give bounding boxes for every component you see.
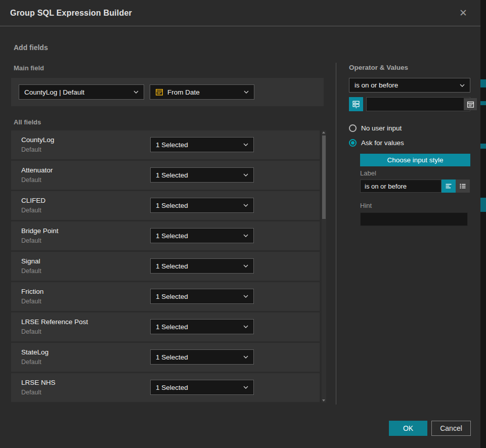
chevron-down-icon — [460, 84, 465, 87]
calendar-icon — [155, 88, 163, 96]
radio-label: No user input — [361, 124, 402, 132]
field-name: Bridge Point — [21, 227, 59, 235]
ok-button[interactable]: OK — [389, 421, 427, 436]
field-subtitle: Default — [21, 176, 41, 184]
dialog-titlebar: Group SQL Expression Builder ✕ — [0, 0, 480, 26]
chevron-down-icon — [243, 325, 248, 328]
operator-select-value: is on or before — [355, 81, 398, 89]
field-name: Signal — [21, 257, 40, 265]
radio-no-user-input[interactable]: No user input — [349, 124, 402, 132]
field-selected-dropdown[interactable]: 1 Selected — [150, 319, 254, 334]
operator-values-heading: Operator & Values — [349, 64, 408, 71]
date-picker-button[interactable] — [464, 98, 477, 110]
field-subtitle: Default — [21, 298, 41, 305]
field-name: CLIFED — [21, 197, 46, 204]
field-selected-dropdown[interactable]: 1 Selected — [150, 258, 254, 274]
field-selected-dropdown-value: 1 Selected — [156, 323, 188, 331]
scrollbar-up-arrow-icon[interactable] — [322, 131, 325, 133]
operator-select[interactable]: is on or before — [349, 78, 470, 93]
field-selected-dropdown[interactable]: 1 Selected — [150, 380, 254, 395]
hint-input[interactable] — [360, 212, 468, 226]
add-fields-heading: Add fields — [14, 43, 48, 52]
field-selected-dropdown[interactable]: 1 Selected — [150, 137, 254, 152]
hint-field-label: Hint — [360, 202, 372, 209]
main-field-select[interactable]: From Date — [150, 84, 254, 100]
field-selected-dropdown[interactable]: 1 Selected — [150, 349, 254, 365]
layer-select[interactable]: CountyLog | Default — [19, 84, 144, 100]
chevron-down-icon — [243, 204, 248, 207]
field-row: CLIFED Default 1 Selected — [11, 191, 320, 220]
field-selected-dropdown-value: 1 Selected — [156, 262, 188, 270]
scrollbar-thumb[interactable] — [322, 136, 326, 219]
list-scrollbar[interactable] — [322, 130, 326, 402]
field-name: Friction — [21, 288, 43, 295]
field-selected-dropdown[interactable]: 1 Selected — [150, 167, 254, 183]
chevron-down-icon — [243, 355, 248, 359]
field-selected-dropdown-value: 1 Selected — [156, 202, 188, 209]
background-fragment — [480, 144, 486, 149]
field-row: StateLog Default 1 Selected — [11, 343, 320, 372]
label-field-label: Label — [360, 169, 376, 177]
chevron-down-icon — [243, 234, 248, 237]
bullet-list-icon — [459, 182, 467, 190]
panel-divider — [336, 63, 336, 405]
field-name: LRSE NHS — [21, 379, 56, 386]
field-selected-dropdown-value: 1 Selected — [156, 171, 188, 179]
screen: Group SQL Expression Builder ✕ Add field… — [0, 0, 486, 448]
field-row: LRSE NHS Default 1 Selected — [11, 373, 320, 402]
field-selected-dropdown-value: 1 Selected — [156, 384, 188, 391]
field-subtitle: Default — [21, 267, 41, 275]
field-subtitle: Default — [21, 237, 41, 244]
field-selected-dropdown-value: 1 Selected — [156, 141, 188, 149]
unique-values-button[interactable] — [349, 97, 363, 111]
field-name: Attenuator — [21, 166, 53, 174]
field-subtitle: Default — [21, 146, 41, 153]
field-name: CountyLog — [21, 136, 54, 144]
single-input-style-button[interactable] — [441, 180, 456, 193]
calendar-icon — [467, 101, 474, 108]
cancel-button[interactable]: Cancel — [431, 421, 471, 436]
field-selected-dropdown[interactable]: 1 Selected — [150, 228, 254, 243]
chevron-down-icon — [244, 91, 249, 94]
choose-input-style-button[interactable]: Choose input style — [360, 154, 470, 166]
field-name: LRSE Reference Post — [21, 318, 88, 326]
radio-label: Ask for values — [361, 139, 404, 147]
background-app-strip — [480, 0, 486, 448]
field-selected-dropdown[interactable]: 1 Selected — [150, 198, 254, 213]
all-fields-list: CountyLog Default 1 Selected Attenuator … — [11, 130, 320, 404]
close-icon[interactable]: ✕ — [456, 7, 470, 19]
list-input-style-button[interactable] — [456, 180, 470, 193]
value-input-wrap — [366, 97, 470, 111]
chevron-down-icon — [243, 264, 248, 267]
scrollbar-down-arrow-icon[interactable] — [322, 399, 325, 401]
field-row: CountyLog Default 1 Selected — [11, 130, 320, 159]
background-fragment — [480, 79, 486, 87]
field-selected-dropdown-value: 1 Selected — [156, 353, 188, 361]
background-fragment — [480, 198, 486, 212]
field-selected-dropdown[interactable]: 1 Selected — [150, 289, 254, 304]
field-row: Friction Default 1 Selected — [11, 282, 320, 311]
chevron-down-icon — [243, 386, 248, 389]
chevron-down-icon — [243, 143, 248, 146]
chevron-down-icon — [134, 91, 139, 94]
field-selected-dropdown-value: 1 Selected — [156, 232, 188, 240]
field-subtitle: Default — [21, 328, 41, 335]
align-left-icon — [445, 182, 453, 190]
radio-circle-selected[interactable] — [349, 139, 357, 147]
radio-circle[interactable] — [349, 124, 357, 132]
group-sql-expression-builder-dialog: Group SQL Expression Builder ✕ Add field… — [0, 0, 480, 448]
background-fragment — [480, 101, 486, 105]
radio-ask-for-values[interactable]: Ask for values — [349, 139, 404, 147]
label-input-row — [360, 180, 470, 193]
field-row: Signal Default 1 Selected — [11, 252, 320, 281]
unique-values-icon — [352, 100, 360, 109]
value-input[interactable] — [367, 98, 464, 111]
field-name: StateLog — [21, 348, 49, 356]
all-fields-label: All fields — [14, 118, 41, 126]
chevron-down-icon — [243, 173, 248, 176]
field-row: Bridge Point Default 1 Selected — [11, 221, 320, 250]
main-field-select-value: From Date — [167, 88, 200, 96]
main-field-box: CountyLog | Default From Date — [11, 78, 324, 106]
main-field-label: Main field — [14, 64, 44, 72]
label-input[interactable] — [360, 180, 441, 193]
